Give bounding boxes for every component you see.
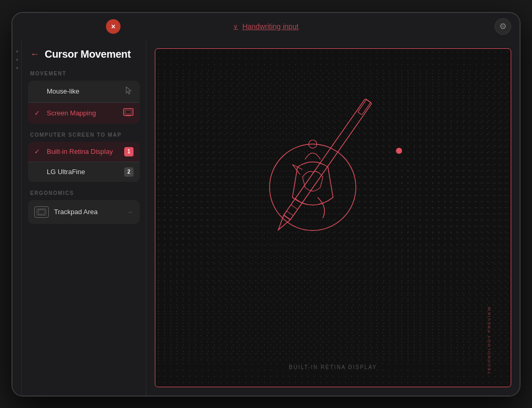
screen-mapping-label: Screen Mapping	[47, 109, 96, 117]
trackpad-arrow-icon: →	[126, 208, 134, 216]
trackpad-area-item[interactable]: Trackpad Area →	[28, 200, 140, 224]
strip-dot	[16, 67, 18, 69]
movement-screen-mapping-item[interactable]: ✓ Screen Mapping	[28, 102, 140, 124]
svg-rect-1	[125, 110, 131, 114]
mouse-like-label: Mouse-like	[47, 87, 79, 95]
strip-dot	[16, 59, 18, 61]
left-panel: ← Cursor Movement MOVEMENT Mouse-like	[22, 40, 147, 396]
back-arrow-icon[interactable]: ←	[30, 49, 39, 60]
svg-rect-5	[155, 70, 511, 365]
top-bar-title-text: Handwriting input	[242, 22, 298, 31]
settings-icon: ⚙	[499, 21, 507, 31]
lg-badge: 2	[124, 167, 134, 177]
settings-button[interactable]: ⚙	[495, 18, 511, 35]
builtin-retina-label: Built-in Retina Display	[47, 148, 113, 155]
svg-rect-3	[39, 210, 44, 214]
page-title-row: ← Cursor Movement	[22, 48, 146, 71]
cursor-icon	[124, 86, 134, 97]
check-icon-screen: ✓	[34, 109, 43, 117]
lg-ultrafine-label: LG UltraFine	[47, 168, 85, 176]
movement-mouse-like-item[interactable]: Mouse-like	[28, 81, 140, 102]
main-layout: ← Cursor Movement MOVEMENT Mouse-like	[12, 40, 520, 396]
svg-rect-2	[38, 209, 45, 215]
movement-option-group: Mouse-like ✓ Screen Mapping	[28, 81, 140, 124]
movement-section-label: MOVEMENT	[22, 71, 146, 81]
canvas-display-label: BUILT-IN RETINA DISPLAY	[289, 364, 377, 370]
close-button[interactable]: ×	[106, 19, 121, 34]
chevron-icon: ∨	[233, 23, 238, 30]
sidebar-strip	[12, 40, 22, 396]
canvas-preview: BUILT-IN RETINA DISPLAY TECHNOLOGY PREVI…	[155, 48, 511, 387]
trackpad-icon	[34, 206, 49, 218]
top-bar-title: ∨ Handwriting input	[233, 22, 298, 31]
right-content: BUILT-IN RETINA DISPLAY TECHNOLOGY PREVI…	[147, 40, 520, 396]
computer-screen-option-group: ✓ Built-in Retina Display 1 LG UltraFine…	[28, 142, 140, 182]
tech-preview-label: TECHNOLOGY PREVIEW	[487, 306, 491, 374]
trackpad-area-label: Trackpad Area	[54, 208, 98, 216]
builtin-retina-item[interactable]: ✓ Built-in Retina Display 1	[28, 142, 140, 162]
ergonomics-option-group: Trackpad Area →	[28, 200, 140, 224]
device-frame: × ∨ Handwriting input ⚙ ← Cursor Movemen…	[11, 12, 521, 397]
ergonomics-section-label: ERGONOMICS	[22, 190, 146, 200]
computer-screen-section-label: COMPUTER SCREEN TO MAP	[22, 132, 146, 142]
page-title: Cursor Movement	[45, 48, 131, 60]
svg-point-12	[396, 148, 402, 154]
retina-badge: 1	[124, 147, 134, 156]
screen-mapping-icon	[123, 108, 134, 119]
strip-dot	[16, 50, 18, 52]
canvas-illustration	[155, 49, 511, 387]
lg-ultrafine-item[interactable]: LG UltraFine 2	[28, 162, 140, 182]
top-bar: × ∨ Handwriting input ⚙	[12, 13, 520, 40]
check-icon-retina: ✓	[34, 148, 43, 155]
